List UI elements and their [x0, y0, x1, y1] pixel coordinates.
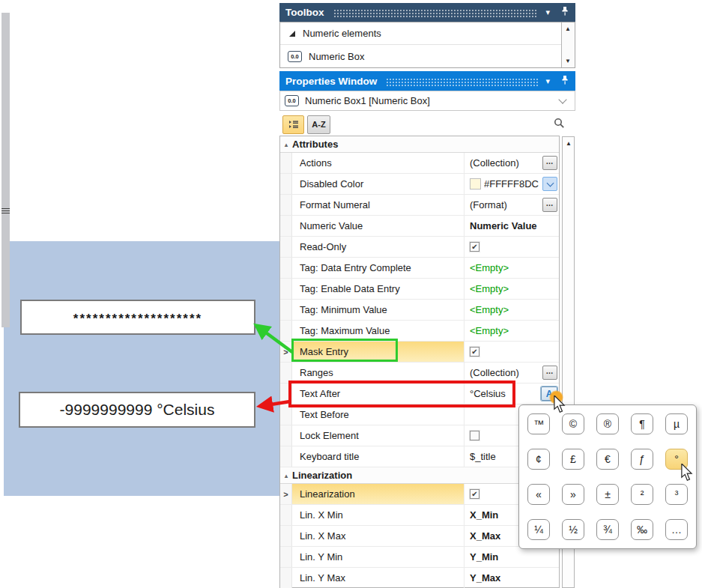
pin-icon[interactable] [560, 75, 569, 88]
char-button-±[interactable]: ± [596, 484, 619, 505]
property-row-lin-y-max[interactable]: Lin. Y MaxY_Max [280, 568, 559, 588]
numeric-box-masked-preview[interactable]: ******************** [20, 300, 255, 335]
property-grid: ▴AttributesActions(Collection)…Disabled … [279, 136, 560, 588]
drag-dots [333, 9, 539, 17]
property-name: Tag: Maximum Value [292, 321, 465, 341]
window-menu-icon[interactable]: ▾ [545, 76, 550, 86]
property-row-read-only[interactable]: Read-Only✔ [280, 237, 559, 258]
property-row-format-numeral[interactable]: Format Numeral(Format)… [280, 195, 559, 216]
property-name: Tag: Data Entry Complete [292, 258, 465, 278]
property-value-cell[interactable]: Numeric Value [465, 216, 559, 236]
toolbox-title-bar: Toolbox ▾ [279, 3, 575, 22]
property-row-keyboard-title[interactable]: Keyboard title$_title [280, 446, 559, 467]
property-value-cell[interactable]: <Empty> [465, 279, 559, 299]
pin-icon[interactable] [560, 6, 569, 19]
char-button-²[interactable]: ² [631, 484, 653, 505]
ellipsis-button[interactable]: … [542, 156, 557, 170]
row-expander-icon[interactable]: > [280, 342, 292, 362]
property-value-cell[interactable]: <Empty> [465, 321, 559, 341]
ellipsis-button[interactable]: … [542, 198, 557, 212]
property-row-disabled-color[interactable]: Disabled Color#FFFFF8DC [280, 174, 559, 195]
property-value-cell[interactable]: (Format)… [465, 195, 559, 215]
row-margin [280, 425, 292, 446]
property-value: <Empty> [470, 325, 509, 336]
char-button-®[interactable]: ® [596, 413, 619, 434]
char-button-£[interactable]: £ [562, 449, 584, 470]
property-row-tag-data-entry-complete[interactable]: Tag: Data Entry Complete<Empty> [280, 258, 559, 279]
char-button-‰[interactable]: ‰ [631, 519, 653, 540]
row-margin [280, 237, 292, 257]
char-button-½[interactable]: ½ [562, 519, 584, 540]
property-name: Tag: Minimum Value [292, 300, 465, 320]
toolbox-group-numeric-elements[interactable]: Numeric elements [280, 22, 575, 45]
property-row-linearization[interactable]: >Linearization✔ [280, 484, 559, 505]
property-row-lin-x-min[interactable]: Lin. X MinX_Min [280, 505, 559, 526]
char-button-³[interactable]: ³ [665, 484, 688, 505]
checkbox-checked[interactable]: ✔ [470, 242, 479, 252]
property-value: <Empty> [470, 304, 509, 315]
char-button-ƒ[interactable]: ƒ [631, 449, 653, 470]
scrollbar-thumb[interactable] [1, 13, 10, 327]
property-name: Numeric Value [292, 216, 465, 236]
property-row-tag-enable-data-entry[interactable]: Tag: Enable Data Entry<Empty> [280, 279, 559, 300]
checkbox-unchecked[interactable] [470, 431, 479, 440]
window-menu-icon[interactable]: ▾ [545, 7, 550, 17]
section-header-attributes[interactable]: ▴Attributes [280, 136, 559, 153]
property-value-cell[interactable]: <Empty> [465, 300, 559, 320]
checkbox-checked[interactable]: ✔ [470, 347, 479, 357]
property-name: Lin. X Max [292, 526, 465, 546]
row-margin [280, 363, 292, 383]
row-margin [280, 446, 292, 467]
property-value: #FFFFF8DC [484, 178, 539, 190]
row-margin [280, 300, 292, 320]
property-value-cell[interactable]: Y_Min [465, 547, 559, 567]
char-button-¶[interactable]: ¶ [631, 413, 653, 434]
scroll-down-icon[interactable]: ▼ [562, 55, 574, 67]
color-dropdown-button[interactable] [542, 177, 557, 191]
property-value-cell[interactable]: ✔ [465, 342, 559, 362]
property-row-text-before[interactable]: Text Before [280, 404, 559, 425]
property-row-lin-y-min[interactable]: Lin. Y MinY_Min [280, 547, 559, 568]
property-value-cell[interactable]: (Collection)… [465, 153, 559, 173]
char-button-µ[interactable]: µ [665, 413, 688, 434]
char-button-…[interactable]: … [665, 519, 688, 540]
row-margin [280, 526, 292, 546]
char-button-¼[interactable]: ¼ [527, 519, 550, 540]
property-value-cell[interactable]: ✔ [465, 237, 559, 257]
property-row-tag-minimum-value[interactable]: Tag: Minimum Value<Empty> [280, 300, 559, 321]
search-icon[interactable] [554, 118, 565, 131]
property-row-lin-x-max[interactable]: Lin. X MaxX_Max [280, 526, 559, 547]
property-row-numeric-value[interactable]: Numeric ValueNumeric Value [280, 216, 559, 237]
section-header-linearization[interactable]: ▴Linearization [280, 467, 559, 484]
char-button-™[interactable]: ™ [527, 413, 550, 434]
property-value-cell[interactable]: #FFFFF8DC [465, 174, 559, 194]
object-selector-combobox[interactable]: 0.0 Numeric Box1 [Numeric Box] [279, 91, 575, 111]
ellipsis-button[interactable]: … [542, 366, 557, 380]
char-button-»[interactable]: » [562, 484, 584, 505]
property-value-cell[interactable]: Y_Max [465, 568, 559, 588]
property-row-actions[interactable]: Actions(Collection)… [280, 153, 559, 174]
property-value-cell[interactable]: (Collection)… [465, 363, 559, 383]
scroll-up-icon[interactable]: ▲ [563, 138, 575, 149]
scroll-up-icon[interactable]: ▲ [562, 23, 574, 34]
checkbox-checked[interactable]: ✔ [470, 489, 479, 499]
sort-categorized-button[interactable] [282, 115, 304, 134]
property-name: Lin. Y Max [292, 568, 465, 588]
char-button-«[interactable]: « [527, 484, 550, 505]
property-value-cell[interactable]: <Empty> [465, 258, 559, 278]
scrollbar-grip[interactable] [1, 208, 10, 214]
char-button-©[interactable]: © [562, 413, 584, 434]
mouse-cursor [553, 395, 566, 416]
sort-alphabetical-button[interactable]: A-Z [307, 115, 330, 134]
toolbox-scrollbar[interactable]: ▲ ▼ [561, 22, 575, 67]
group-expanded-icon [288, 30, 296, 37]
numeric-box-value-preview[interactable]: -9999999999 °Celsius [19, 392, 255, 428]
row-margin [280, 195, 292, 215]
property-row-lock-element[interactable]: Lock Element [280, 425, 559, 446]
char-button-¾[interactable]: ¾ [596, 519, 619, 540]
toolbox-item-numeric-box[interactable]: 0.0 Numeric Box [280, 45, 575, 67]
char-button-€[interactable]: € [596, 449, 619, 470]
char-button-¢[interactable]: ¢ [527, 449, 550, 470]
property-name: Keyboard title [292, 446, 465, 467]
row-expander-icon[interactable]: > [280, 484, 292, 504]
